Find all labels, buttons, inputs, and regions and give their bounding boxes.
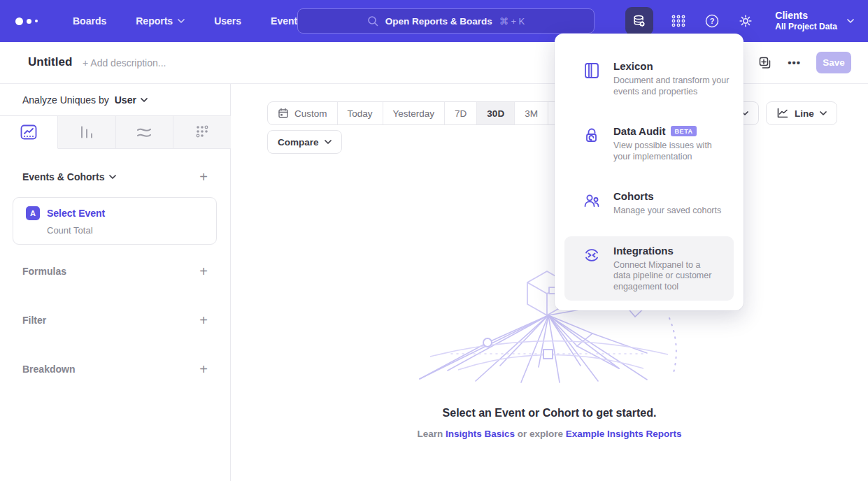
- chart-style-label: Line: [795, 108, 814, 119]
- cohorts-description: Manage your saved cohorts: [613, 206, 721, 217]
- range-30d[interactable]: 30D: [477, 102, 515, 124]
- formulas-section: Formulas +: [22, 264, 208, 278]
- settings-button[interactable]: [737, 13, 754, 29]
- line-chart-icon: [20, 124, 37, 140]
- data-audit-description: View possible issues with your implement…: [613, 141, 730, 162]
- chevron-down-icon: [109, 175, 116, 179]
- add-breakdown-button[interactable]: +: [199, 362, 208, 376]
- menu-item-data-audit[interactable]: Data Audit BETA View possible issues wit…: [555, 117, 744, 171]
- select-event-button[interactable]: Select Event: [47, 208, 105, 219]
- event-badge: A: [26, 206, 40, 220]
- nav-boards-label: Boards: [73, 15, 106, 27]
- bar-chart-icon: [79, 124, 94, 140]
- search-icon: [367, 15, 378, 27]
- chart-style-dropdown[interactable]: Line: [766, 101, 837, 125]
- event-card[interactable]: A Select Event Count Total: [13, 197, 217, 245]
- add-formula-button[interactable]: +: [199, 264, 208, 278]
- example-reports-link[interactable]: Example Insights Reports: [566, 429, 682, 439]
- nav-reports[interactable]: Reports: [136, 15, 185, 27]
- add-filter-button[interactable]: +: [199, 313, 208, 327]
- range-7d-label: 7D: [455, 108, 467, 119]
- gear-icon: [738, 13, 753, 29]
- add-description-field[interactable]: + Add description...: [83, 57, 166, 69]
- range-today[interactable]: Today: [338, 102, 383, 124]
- tab-bar-chart[interactable]: [58, 116, 116, 149]
- events-cohorts-label: Events & Cohorts: [22, 171, 104, 182]
- nav-boards[interactable]: Boards: [73, 15, 106, 27]
- duplicate-icon: [758, 56, 772, 70]
- integrations-description: Connect Mixpanel to a data pipeline or c…: [613, 260, 720, 293]
- menu-item-lexicon[interactable]: Lexicon Document and transform your even…: [555, 52, 744, 106]
- range-7d[interactable]: 7D: [445, 102, 477, 124]
- tab-metrics[interactable]: [173, 116, 231, 149]
- data-audit-title: Data Audit: [613, 125, 665, 137]
- lexicon-description: Document and transform your events and p…: [613, 76, 730, 97]
- tab-flow[interactable]: [116, 116, 174, 149]
- apps-grid-button[interactable]: [670, 13, 687, 29]
- insights-basics-link[interactable]: Insights Basics: [446, 429, 515, 439]
- save-button[interactable]: Save: [816, 52, 851, 73]
- flow-stream-icon: [136, 124, 152, 140]
- query-builder-sidebar: Analyze Uniques by User: [0, 84, 231, 481]
- event-aggregation[interactable]: Count Total: [47, 225, 216, 236]
- global-search-input[interactable]: Open Reports & Boards ⌘ + K: [297, 8, 595, 34]
- help-button[interactable]: ?: [704, 13, 720, 29]
- range-30d-label: 30D: [487, 108, 504, 119]
- learn-prefix: Learn: [417, 429, 443, 439]
- analyze-by-label: Analyze Uniques by: [22, 94, 109, 106]
- nav-reports-label: Reports: [136, 15, 173, 27]
- primary-nav: Boards Reports Users Events: [73, 15, 303, 27]
- range-today-label: Today: [348, 108, 373, 119]
- cohorts-title: Cohorts: [613, 190, 654, 202]
- empty-state-links: Learn Insights Basics or explore Example…: [231, 429, 868, 439]
- data-management-menu: Lexicon Document and transform your even…: [555, 34, 744, 310]
- more-options-button[interactable]: •••: [788, 57, 801, 69]
- events-cohorts-header: Events & Cohorts +: [22, 170, 208, 184]
- report-title[interactable]: Untitled: [28, 55, 72, 69]
- analyze-by-selector[interactable]: User: [115, 94, 148, 106]
- beta-badge: BETA: [671, 126, 696, 136]
- metric-dots-icon: [194, 124, 210, 140]
- filter-label: Filter: [22, 315, 46, 326]
- data-management-button[interactable]: [625, 7, 653, 35]
- chevron-down-icon: [178, 19, 185, 23]
- menu-item-cohorts[interactable]: Cohorts Manage your saved cohorts: [555, 182, 744, 225]
- tab-line-chart[interactable]: [0, 116, 58, 149]
- chart-area: Custom Today Yesterday 7D 30D 3M 6M Comp…: [231, 84, 868, 481]
- duplicate-report-button[interactable]: [758, 56, 772, 70]
- lexicon-book-icon: [583, 62, 601, 80]
- chevron-down-icon: [325, 140, 332, 144]
- analyze-by-value: User: [115, 94, 136, 106]
- integrations-title: Integrations: [613, 245, 674, 257]
- org-name: Clients: [775, 10, 837, 22]
- search-shortcut: ⌘ + K: [499, 16, 525, 27]
- chevron-down-icon: [847, 19, 854, 23]
- mixpanel-logo[interactable]: [15, 17, 48, 25]
- formulas-label: Formulas: [22, 266, 66, 277]
- range-custom-label: Custom: [294, 108, 327, 119]
- menu-item-integrations[interactable]: Integrations Connect Mixpanel to a data …: [564, 236, 734, 301]
- events-cohorts-toggle[interactable]: Events & Cohorts: [22, 171, 116, 182]
- database-gear-icon: [632, 13, 647, 29]
- range-yesterday[interactable]: Yesterday: [383, 102, 446, 124]
- explore-middle-text: or explore: [518, 429, 563, 439]
- nav-users-label: Users: [214, 15, 241, 27]
- breakdown-label: Breakdown: [22, 364, 75, 375]
- compare-button[interactable]: Compare: [267, 130, 342, 154]
- project-name: All Project Data: [775, 22, 837, 32]
- empty-state-headline: Select an Event or Cohort to get started…: [231, 407, 868, 419]
- project-switcher[interactable]: Clients All Project Data: [775, 10, 854, 32]
- range-custom[interactable]: Custom: [268, 102, 338, 124]
- search-placeholder: Open Reports & Boards: [385, 16, 492, 27]
- range-3m-label: 3M: [525, 108, 538, 119]
- cohorts-people-icon: [583, 192, 601, 210]
- nav-users[interactable]: Users: [214, 15, 241, 27]
- grid-dots-icon: [671, 13, 686, 29]
- filter-section: Filter +: [22, 313, 208, 327]
- chevron-down-icon: [141, 98, 148, 102]
- line-style-icon: [776, 108, 789, 119]
- lexicon-title: Lexicon: [613, 60, 653, 72]
- add-event-button[interactable]: +: [199, 170, 208, 184]
- calendar-icon: [278, 108, 289, 119]
- range-3m[interactable]: 3M: [515, 102, 548, 124]
